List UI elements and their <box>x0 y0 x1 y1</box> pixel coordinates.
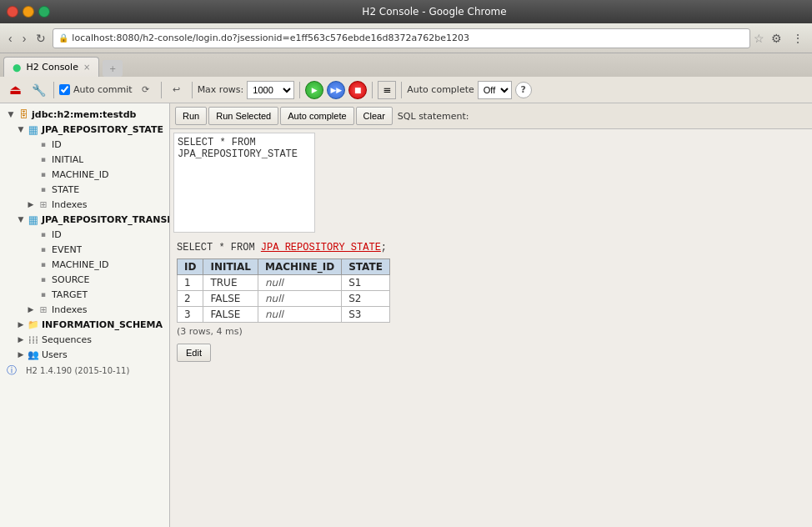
maximize-window-button[interactable] <box>38 6 50 18</box>
sidebar-indexes-2[interactable]: ▶ ⊞ Indexes <box>0 302 169 317</box>
table-row: 2 FALSE null S2 <box>178 291 390 307</box>
result-query-table: JPA_REPOSITORY_STATE <box>261 242 381 253</box>
disconnect-button[interactable]: ⏏ <box>5 80 25 100</box>
users-icon: 👥 <box>28 349 39 360</box>
indexes2-icon: ⊞ <box>38 304 49 315</box>
cell-machine-id: null <box>258 307 342 323</box>
help-button[interactable]: ? <box>515 82 532 98</box>
cell-machine-id: null <box>258 291 342 307</box>
maxrows-label: Max rows: <box>198 84 244 95</box>
sql-statement-label: SQL statement: <box>398 111 469 122</box>
run-all-button[interactable]: ▶▶ <box>327 81 345 99</box>
commit-button[interactable]: ⟳ <box>136 80 156 100</box>
sidebar-col-target[interactable]: ▪ TARGET <box>0 287 169 302</box>
bookmark-button[interactable]: ☆ <box>754 32 764 45</box>
new-tab-button[interactable]: + <box>103 60 123 77</box>
stop-icon: ■ <box>354 86 362 94</box>
sidebar-col-state[interactable]: ▪ STATE <box>0 182 169 197</box>
query-editor[interactable]: SELECT * FROM JPA_REPOSITORY_STATE <box>173 133 315 233</box>
sidebar-indexes-1[interactable]: ▶ ⊞ Indexes <box>0 197 169 212</box>
indexes2-label: Indexes <box>52 304 87 315</box>
table-icon-2: ▦ <box>28 213 39 225</box>
lock-icon: 🔒 <box>58 33 68 43</box>
run-query-button[interactable]: Run <box>175 107 207 125</box>
preferences-button[interactable]: 🔧 <box>28 80 48 100</box>
tab-close-button[interactable]: × <box>83 63 90 72</box>
separator-5 <box>372 82 373 98</box>
sidebar-col-initial[interactable]: ▪ INITIAL <box>0 152 169 167</box>
sidebar-col-id-1[interactable]: ▪ ID <box>0 137 169 152</box>
format-icon: ≡ <box>383 84 391 96</box>
rollback-button[interactable]: ↩ <box>167 80 187 100</box>
sequences-icon: ⁞⁞⁞ <box>28 334 39 345</box>
col-state-space <box>27 185 35 193</box>
sequences-label: Sequences <box>42 334 92 345</box>
cell-id: 2 <box>178 291 203 307</box>
col-icon-target: ▪ <box>38 289 49 300</box>
sidebar-col-machine-id-2[interactable]: ▪ MACHINE_ID <box>0 257 169 272</box>
separator-2 <box>161 82 162 98</box>
autocommit-checkbox[interactable] <box>59 84 70 95</box>
cell-machine-id: null <box>258 275 342 291</box>
col-machineid2-label: MACHINE_ID <box>52 259 108 270</box>
main-toolbar: ⏏ 🔧 Auto commit ⟳ ↩ Max rows: 1000 5000 … <box>0 77 812 103</box>
run-selected-button[interactable]: Run Selected <box>208 107 278 125</box>
menu-button[interactable]: ⋮ <box>789 28 807 48</box>
content-area: Run Run Selected Auto complete Clear SQL… <box>170 103 812 527</box>
sidebar-col-event[interactable]: ▪ EVENT <box>0 242 169 257</box>
clear-button[interactable]: Clear <box>356 107 393 125</box>
users-toggle: ▶ <box>17 350 25 359</box>
auto-complete-button[interactable]: Auto complete <box>280 107 353 125</box>
version-label: H2 1.4.190 (2015-10-11) <box>21 364 134 377</box>
sidebar-table-jpa-trans[interactable]: ▼ ▦ JPA_REPOSITORY_TRANSI <box>0 212 169 227</box>
col-icon-event: ▪ <box>38 243 49 255</box>
back-button[interactable]: ‹ <box>5 28 16 48</box>
sidebar-information-schema[interactable]: ▶ 📁 INFORMATION_SCHEMA <box>0 317 169 332</box>
col-machineid1-space <box>27 170 35 178</box>
schema-icon: 📁 <box>28 319 39 330</box>
indexes1-icon: ⊞ <box>38 198 49 210</box>
minimize-window-button[interactable] <box>23 6 34 18</box>
col-machineid2-space <box>27 260 35 269</box>
result-table: ID INITIAL MACHINE_ID STATE 1 TRUE null … <box>177 258 390 323</box>
stop-button[interactable]: ■ <box>348 81 367 99</box>
cell-initial: FALSE <box>203 291 258 307</box>
sidebar-col-source[interactable]: ▪ SOURCE <box>0 272 169 287</box>
results-area: SELECT * FROM JPA_REPOSITORY_STATE; ID I… <box>170 238 812 527</box>
format-button[interactable]: ≡ <box>378 81 396 99</box>
sidebar-col-machine-id-1[interactable]: ▪ MACHINE_ID <box>0 167 169 182</box>
col-header-machine-id: MACHINE_ID <box>258 259 342 275</box>
cell-initial: FALSE <box>203 307 258 323</box>
close-window-button[interactable] <box>7 6 18 18</box>
separator-3 <box>192 82 193 98</box>
col-icon-id1: ▪ <box>38 138 49 150</box>
cell-state: S2 <box>342 291 390 307</box>
col-icon-machineid1: ▪ <box>38 168 49 180</box>
db-icon: 🗄 <box>18 108 29 120</box>
sidebar-db-root[interactable]: ▼ 🗄 jdbc:h2:mem:testdb <box>0 107 169 122</box>
extensions-button[interactable]: ⚙ <box>768 28 785 48</box>
info-icon: ⓘ <box>7 364 17 378</box>
autocomplete-select[interactable]: Off On <box>478 81 512 99</box>
sidebar-col-id-2[interactable]: ▪ ID <box>0 227 169 242</box>
cell-id: 3 <box>178 307 203 323</box>
sidebar-users[interactable]: ▶ 👥 Users <box>0 347 169 362</box>
run-button-green[interactable]: ▶ <box>305 81 323 99</box>
tab-label: H2 Console <box>26 62 78 73</box>
separator-6 <box>401 82 402 98</box>
table2-toggle: ▼ <box>17 215 25 223</box>
edit-button[interactable]: Edit <box>177 344 211 362</box>
url-bar[interactable]: 🔒 localhost:8080/h2-console/login.do?jse… <box>53 28 750 48</box>
sidebar-table-jpa-state[interactable]: ▼ ▦ JPA_REPOSITORY_STATE <box>0 122 169 137</box>
sidebar-sequences[interactable]: ▶ ⁞⁞⁞ Sequences <box>0 332 169 347</box>
maxrows-select[interactable]: 1000 5000 10000 All <box>247 81 294 99</box>
forward-button[interactable]: › <box>19 28 30 48</box>
run-all-icon: ▶▶ <box>330 86 342 94</box>
table1-label: JPA_REPOSITORY_STATE <box>42 124 163 135</box>
col-header-initial: INITIAL <box>203 259 258 275</box>
reload-button[interactable]: ↻ <box>33 28 49 48</box>
h2-console-tab[interactable]: ● H2 Console × <box>3 57 99 77</box>
col-initial-label: INITIAL <box>52 154 83 165</box>
tabbar: ● H2 Console × + <box>0 53 812 77</box>
schema-label: INFORMATION_SCHEMA <box>42 319 163 330</box>
